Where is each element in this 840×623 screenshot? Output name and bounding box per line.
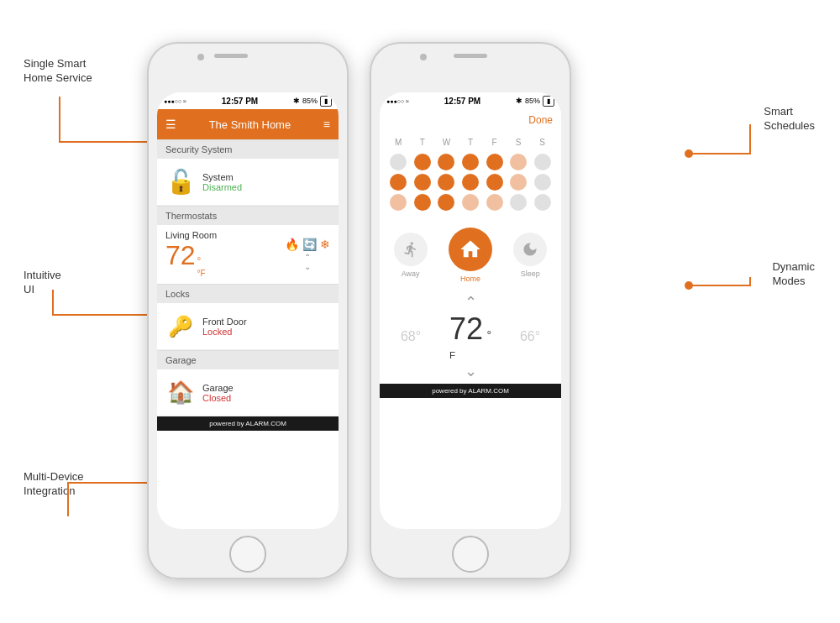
- phone2-cal-row1: [386, 154, 554, 170]
- phone2-away-label: Away: [402, 270, 420, 278]
- phone1: ●●●○○ ≈ 12:57 PM ✱ 85% ▮ ☰ The Smith Hom…: [147, 42, 349, 579]
- phone2-cal-dot[interactable]: [534, 194, 551, 211]
- phone1-garage-row[interactable]: 🏠 Garage Closed: [157, 369, 339, 416]
- phone1-temp-down[interactable]: ⌄: [304, 262, 311, 271]
- phone2-temp-down[interactable]: ⌄: [465, 362, 477, 380]
- phone2-home-label: Home: [460, 275, 480, 283]
- phone1-security-status: Disarmed: [202, 182, 330, 192]
- phone2-temp-up[interactable]: ⌃: [465, 293, 477, 312]
- phone1-temp-up[interactable]: ⌃: [304, 253, 311, 262]
- phone1-thermostats-header: Thermostats: [157, 206, 339, 225]
- phone1-screen: ●●●○○ ≈ 12:57 PM ✱ 85% ▮ ☰ The Smith Hom…: [157, 92, 339, 529]
- phone2-mode-away[interactable]: Away: [394, 233, 428, 278]
- annotation-multi-device: Multi-Device Integration: [24, 470, 84, 499]
- phone2-cal-dot[interactable]: [534, 154, 551, 170]
- phone2-cal-dot[interactable]: [438, 194, 454, 211]
- phone2-cal-dot[interactable]: [486, 174, 503, 191]
- phone1-garage-icon: 🏠: [165, 378, 196, 408]
- phone2-signal-dots: ●●●○○ ≈: [386, 98, 409, 104]
- phone1-security-row[interactable]: 🔓 System Disarmed: [157, 159, 339, 206]
- phone2-cal-dot[interactable]: [390, 154, 407, 170]
- phone2-cal-dot[interactable]: [486, 154, 503, 170]
- phone1-header-icon[interactable]: ≡: [323, 118, 330, 131]
- phone2-status-bar: ●●●○○ ≈ 12:57 PM ✱ 85% ▮: [380, 92, 561, 109]
- phone2-mode-sleep[interactable]: Sleep: [513, 233, 547, 278]
- phone1-thermostat-row: Living Room 72 °°F 🔥 🔄 ❄ ⌃ ⌄: [157, 225, 339, 284]
- phone2-cal-day-T2: T: [462, 138, 479, 147]
- phone2-speaker: [454, 54, 487, 58]
- phone2-main-temp-container: 72 °F: [449, 312, 491, 362]
- phone2-cal-dot[interactable]: [462, 194, 479, 211]
- phone2-calendar: M T W T F S S: [380, 131, 561, 221]
- phone2-home-icon[interactable]: [449, 228, 492, 271]
- phone2-cal-dot[interactable]: [510, 154, 527, 170]
- phone1-menu-icon[interactable]: ☰: [165, 118, 176, 131]
- phone1-garage-info: Garage Closed: [202, 383, 330, 403]
- phone2-cal-dot[interactable]: [534, 174, 551, 191]
- phone2-done-header: Done: [380, 109, 561, 131]
- phone2-cal-dot[interactable]: [390, 194, 407, 211]
- phone1-footer: powered by ALARM.COM: [157, 416, 339, 431]
- phone1-thermostat-info: Living Room 72 °°F: [165, 230, 285, 279]
- phone1-camera: [197, 54, 204, 60]
- phone1-garage-header: Garage: [157, 350, 339, 369]
- phone1-bluetooth-icon: ✱: [293, 97, 300, 105]
- phone1-lock-icon: 🔓: [165, 167, 196, 197]
- phone1-home-button[interactable]: [229, 536, 266, 573]
- phone1-lock-status: Locked: [202, 327, 330, 337]
- phone2-cal-day-T1: T: [414, 138, 431, 147]
- phone2-cal-dot[interactable]: [414, 154, 431, 170]
- phone1-footer-text: powered by ALARM.COM: [209, 420, 286, 427]
- phone1-lock-row[interactable]: 🔑 Front Door Locked: [157, 303, 339, 350]
- phone2-cal-row2: [386, 174, 554, 191]
- phone2-cal-dot[interactable]: [510, 174, 527, 191]
- phone2-battery-icon: ▮: [543, 96, 554, 107]
- phone1-status-icons: ✱ 85% ▮: [293, 96, 332, 107]
- phone1-battery-icon: ▮: [320, 96, 332, 107]
- phone1-locks-header: Locks: [157, 284, 339, 303]
- phone1-temp-controls[interactable]: ⌃ ⌄: [304, 253, 311, 271]
- phone2-cal-dot[interactable]: [462, 154, 479, 170]
- phone1-security-info: System Disarmed: [202, 172, 330, 192]
- phone2-cal-dot[interactable]: [414, 194, 431, 211]
- phone2-cal-dot[interactable]: [438, 154, 454, 170]
- phone2-modes-row: Away Home Sleep: [380, 221, 561, 290]
- phone2-sleep-icon[interactable]: [513, 233, 547, 266]
- phone2: ●●●○○ ≈ 12:57 PM ✱ 85% ▮ Done M T W T F …: [370, 42, 571, 579]
- phone2-footer-text: powered by ALARM.COM: [432, 387, 509, 395]
- phone1-status-bar: ●●●○○ ≈ 12:57 PM ✱ 85% ▮: [157, 92, 339, 109]
- phone2-cal-dot[interactable]: [462, 174, 479, 191]
- phone1-key-icon: 🔑: [165, 312, 196, 342]
- phone2-cal-day-M: M: [390, 138, 407, 147]
- annotation-single-smart: Single Smart Home Service: [24, 57, 92, 86]
- phone2-mode-home[interactable]: Home: [449, 228, 492, 283]
- phone2-done-button[interactable]: Done: [528, 114, 553, 126]
- phone1-app-header: ☰ The Smith Home ≡: [157, 109, 339, 139]
- phone2-thermo-detail: ⌃ 68° 72 °F 66° ⌄: [380, 290, 561, 384]
- phone1-garage-status: Closed: [202, 393, 330, 403]
- phone2-home-button[interactable]: [452, 536, 489, 573]
- phone2-footer: powered by ALARM.COM: [380, 384, 561, 398]
- phone2-cal-day-W: W: [438, 138, 454, 147]
- phone1-lock-info: Front Door Locked: [202, 317, 330, 337]
- phone2-temps-row: 68° 72 °F 66°: [380, 312, 561, 362]
- phone2-cal-header: M T W T F S S: [386, 138, 554, 147]
- phone1-thermostat-unit: °°F: [197, 255, 206, 279]
- phone1-garage-name: Garage: [202, 383, 330, 393]
- phone2-status-icons: ✱ 85% ▮: [516, 96, 554, 107]
- phone2-temp-right: 66°: [520, 329, 540, 344]
- phone2-cal-dot[interactable]: [414, 174, 431, 191]
- phone1-security-name: System: [202, 172, 330, 182]
- phone2-away-icon[interactable]: [394, 233, 428, 266]
- phone2-cal-day-S1: S: [510, 138, 527, 147]
- phone1-title: The Smith Home: [176, 118, 323, 131]
- phone2-cal-dot[interactable]: [438, 174, 454, 191]
- phone2-cal-dot[interactable]: [486, 194, 503, 211]
- phone2-cal-dot[interactable]: [510, 194, 527, 211]
- phone2-cal-day-F: F: [486, 138, 503, 147]
- annotation-smart-schedules: Smart Schedules: [764, 105, 815, 134]
- annotation-intuitive-ui: Intuitive UI: [24, 269, 61, 297]
- phone2-sleep-label: Sleep: [521, 270, 540, 278]
- phone2-cal-dot[interactable]: [390, 174, 407, 191]
- phone1-thermostat-room: Living Room: [165, 230, 285, 240]
